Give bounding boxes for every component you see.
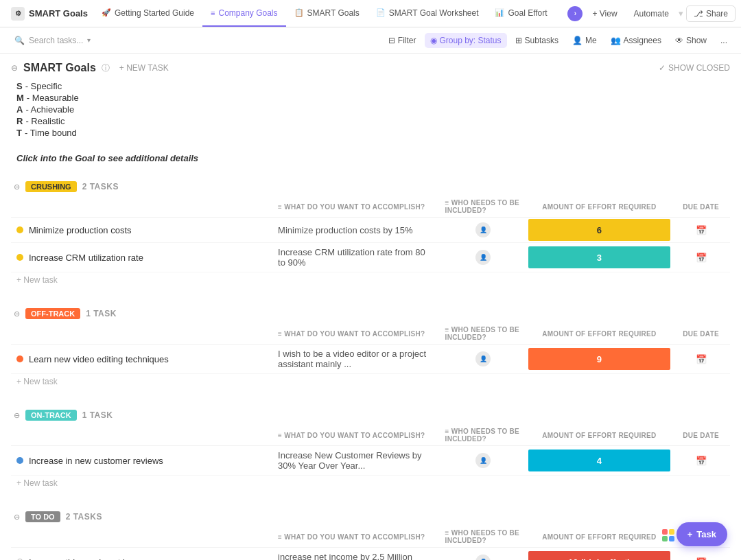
share-button[interactable]: ⎇ Share (686, 5, 736, 22)
nav-tab-company-goals[interactable]: ≡Company Goals (202, 0, 285, 27)
me-button[interactable]: 👤 Me (567, 33, 602, 48)
acronym-item-m: M- Measurable (16, 93, 719, 103)
new-task-row[interactable]: + New task (11, 476, 730, 491)
effort-bar: 4 (528, 450, 671, 471)
search-placeholder: Search tasks... (29, 36, 83, 45)
calendar-icon[interactable]: 📅 (696, 354, 707, 364)
nav-tab-goal-effort[interactable]: 📊Goal Effort (486, 0, 555, 27)
new-task-button[interactable]: + NEW TASK (115, 62, 173, 74)
nav-more-circle[interactable]: › (567, 6, 583, 21)
nav-tab-getting-started[interactable]: 🚀Getting Started Guide (93, 0, 202, 27)
info-icon[interactable]: ⓘ (102, 62, 110, 74)
task-what: increase net income by 2.5 Million Dolla… (272, 548, 439, 561)
tab-icon: 📋 (294, 8, 304, 17)
group-by-button[interactable]: ◉ Group by: Status (425, 33, 507, 48)
col-header-task (11, 196, 272, 218)
col-header-due: DUE DATE (672, 425, 730, 446)
table-row[interactable]: Increase in new customer reviews Increas… (11, 446, 730, 476)
col-header-effort: AMOUNT OF EFFORT REQUIRED (527, 323, 672, 345)
task-name-cell: Increase this year's net income (11, 548, 272, 561)
automate-button[interactable]: Automate (627, 6, 676, 21)
col-header-task (11, 526, 272, 548)
col-header-who: ≡ WHO NEEDS TO BE INCLUDED? (440, 196, 527, 218)
new-task-label[interactable]: + New task (11, 272, 730, 288)
show-button[interactable]: 👁 Show (670, 33, 712, 48)
tab-icon: 🚀 (102, 8, 111, 17)
table-header: ≡ WHAT DO YOU WANT TO ACCOMPLISH? ≡ WHO … (11, 323, 730, 345)
new-task-label[interactable]: + New task (11, 476, 730, 491)
group-badge: ON-TRACK (25, 410, 77, 421)
view-button[interactable]: + View (585, 6, 624, 21)
calendar-icon[interactable]: 📅 (696, 456, 707, 466)
what-col-icon: ≡ (278, 203, 282, 211)
group-task-count: 2 TASKS (82, 182, 119, 191)
toolbar: 🔍 Search tasks... ▾ ⊟ Filter ◉ Group by:… (0, 27, 741, 54)
calendar-icon[interactable]: 📅 (696, 557, 707, 561)
group-header-to-do[interactable]: ⊖ TO DO 2 TASKS (11, 507, 730, 526)
task-what: Increase New Customer Reviews by 30% Yea… (272, 446, 439, 476)
table-header: ≡ WHAT DO YOU WANT TO ACCOMPLISH? ≡ WHO … (11, 196, 730, 218)
calendar-icon[interactable]: 📅 (696, 253, 707, 263)
subtasks-button[interactable]: ⊞ Subtasks (510, 33, 564, 48)
new-task-row[interactable]: + New task (11, 272, 730, 288)
nav-tabs: 🚀Getting Started Guide≡Company Goals📋SMA… (93, 0, 556, 27)
color-grid-icon[interactable] (657, 524, 679, 546)
new-task-label[interactable]: + New task (11, 374, 730, 390)
task-name-cell: Increase CRM utilization rate (11, 243, 272, 272)
collapse-button[interactable]: ⊖ (11, 63, 18, 73)
group-header-on-track[interactable]: ⊖ ON-TRACK 1 TASK (11, 406, 730, 425)
group-task-count: 1 TASK (82, 410, 113, 420)
search-box[interactable]: 🔍 Search tasks... ▾ (8, 32, 97, 49)
table-row[interactable]: Minimize production costs Minimize produ… (11, 218, 730, 243)
new-task-fab[interactable]: + Task (677, 522, 727, 546)
task-status-dot (16, 355, 23, 362)
who-col-icon: ≡ (445, 326, 449, 334)
task-name: Increase CRM utilization rate (29, 253, 143, 263)
assignees-button[interactable]: 👥 Assignees (605, 33, 667, 48)
table-header: ≡ WHAT DO YOU WANT TO ACCOMPLISH? ≡ WHO … (11, 425, 730, 446)
col-header-due: DUE DATE (672, 196, 730, 218)
color-grid-cell-1 (669, 529, 674, 535)
plus-icon: + (687, 529, 693, 539)
check-icon: ✓ (659, 63, 666, 73)
table-row[interactable]: Increase CRM utilization rate Increase C… (11, 243, 730, 272)
task-name: Learn new video editing techniques (29, 354, 169, 364)
task-who: 👤 (440, 243, 527, 272)
table-row[interactable]: Increase this year's net income increase… (11, 548, 730, 561)
calendar-icon[interactable]: 📅 (696, 225, 707, 235)
table-row[interactable]: Learn new video editing techniques I wis… (11, 345, 730, 374)
task-name: Increase this year's net income (29, 557, 152, 561)
task-who: 👤 (440, 548, 527, 561)
logo-icon: ⚙ (11, 7, 25, 21)
what-col-icon: ≡ (278, 533, 282, 541)
filter-icon: ⊟ (388, 36, 395, 45)
task-name-cell: Minimize production costs (11, 218, 272, 243)
group-on-track: ⊖ ON-TRACK 1 TASK ≡ WHAT DO YOU WANT TO … (11, 406, 730, 491)
group-task-count: 1 TASK (86, 309, 117, 318)
group-collapse-icon: ⊖ (14, 411, 20, 420)
task-due-date: 📅 (672, 345, 730, 374)
group-badge: CRUSHING (25, 181, 77, 192)
tab-icon: 📊 (495, 8, 504, 17)
group-collapse-icon: ⊖ (14, 183, 20, 191)
nav-tab-smart-goals[interactable]: 📋SMART Goals (286, 0, 368, 27)
nav-tab-smart-goal-worksheet[interactable]: 📄SMART Goal Worksheet (368, 0, 487, 27)
color-grid-cell-0 (662, 529, 668, 535)
group-header-crushing[interactable]: ⊖ CRUSHING 2 TASKS (11, 177, 730, 196)
new-task-row[interactable]: + New task (11, 374, 730, 390)
task-table-crushing: ≡ WHAT DO YOU WANT TO ACCOMPLISH? ≡ WHO … (11, 196, 730, 288)
group-header-off-track[interactable]: ⊖ OFF-TRACK 1 TASK (11, 304, 730, 323)
acronym-item-t: T- Time bound (16, 128, 719, 138)
task-due-date: 📅 (672, 548, 730, 561)
show-closed-button[interactable]: ✓ SHOW CLOSED (659, 63, 730, 73)
col-header-what: ≡ WHAT DO YOU WANT TO ACCOMPLISH? (272, 196, 439, 218)
app-logo[interactable]: ⚙ SMART Goals (5, 7, 93, 21)
effort-bar: 9 (528, 348, 671, 370)
group-collapse-icon: ⊖ (14, 310, 20, 318)
filter-button[interactable]: ⊟ Filter (383, 33, 422, 48)
app-title: SMART Goals (29, 8, 88, 19)
more-options-button[interactable]: ... (715, 33, 733, 48)
effort-bar: 6 (528, 219, 671, 241)
effort-bar: 3 (528, 246, 671, 268)
click-hint: Click into the Goal to see additional de… (16, 153, 730, 163)
